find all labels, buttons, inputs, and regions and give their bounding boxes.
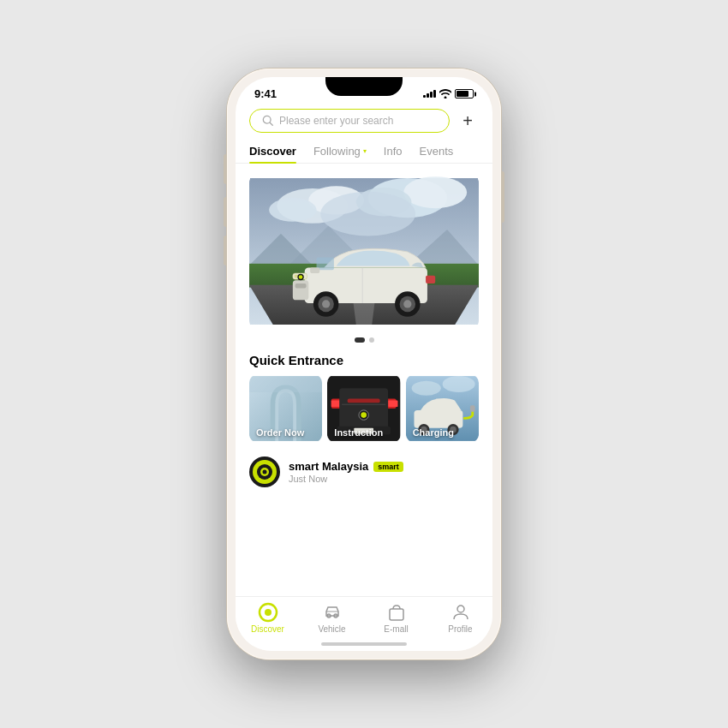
quick-entrance-title: Quick Entrance bbox=[236, 346, 492, 374]
svg-point-58 bbox=[263, 470, 267, 474]
search-bar-container: Please enter your search + bbox=[236, 104, 492, 140]
nav-label-emall: E-mall bbox=[384, 624, 408, 634]
nav-item-vehicle[interactable]: Vehicle bbox=[300, 602, 364, 634]
app-content: Please enter your search + Discover Foll… bbox=[236, 104, 492, 651]
status-icons bbox=[423, 89, 474, 98]
svg-rect-42 bbox=[348, 399, 380, 403]
smart-badge: smart bbox=[373, 462, 403, 472]
battery-icon bbox=[455, 89, 474, 98]
tab-discover[interactable]: Discover bbox=[249, 140, 296, 163]
phone-screen: 9:41 bbox=[236, 77, 492, 651]
svg-rect-55 bbox=[470, 405, 475, 412]
svg-rect-34 bbox=[249, 376, 322, 392]
svg-point-46 bbox=[361, 412, 367, 418]
svg-rect-20 bbox=[426, 276, 435, 283]
nav-tabs: Discover Following ▾ Info Events bbox=[236, 140, 492, 164]
community-post: smart Malaysia smart Just Now bbox=[236, 448, 492, 496]
carousel-dots bbox=[249, 331, 479, 346]
svg-rect-32 bbox=[310, 267, 319, 272]
hero-image bbox=[249, 172, 479, 331]
dot-1 bbox=[355, 337, 365, 343]
vehicle-icon bbox=[322, 602, 343, 623]
svg-rect-22 bbox=[295, 283, 307, 289]
post-info: smart Malaysia smart Just Now bbox=[289, 460, 479, 484]
nav-label-profile: Profile bbox=[448, 624, 472, 634]
charging-label: Charging bbox=[413, 427, 454, 438]
nav-item-profile[interactable]: Profile bbox=[428, 602, 492, 634]
quick-card-charging[interactable]: Charging bbox=[406, 374, 479, 443]
hero-container bbox=[249, 172, 479, 346]
tab-following[interactable]: Following ▾ bbox=[313, 140, 367, 163]
tab-events[interactable]: Events bbox=[420, 140, 454, 163]
avatar-inner bbox=[253, 460, 277, 484]
discover-icon bbox=[258, 602, 278, 623]
search-placeholder: Please enter your search bbox=[279, 115, 393, 127]
signal-icon bbox=[423, 90, 436, 98]
svg-point-24 bbox=[299, 275, 303, 279]
svg-line-1 bbox=[270, 122, 272, 125]
svg-point-49 bbox=[442, 376, 474, 392]
notch bbox=[325, 77, 403, 96]
avatar bbox=[249, 456, 280, 487]
quick-card-instruction[interactable]: Instruction bbox=[327, 374, 400, 443]
dot-2 bbox=[369, 337, 374, 343]
emall-icon bbox=[386, 602, 407, 623]
add-button[interactable]: + bbox=[456, 110, 479, 132]
svg-point-9 bbox=[320, 192, 415, 236]
svg-point-5 bbox=[269, 198, 316, 222]
svg-rect-64 bbox=[390, 609, 403, 620]
svg-point-7 bbox=[403, 176, 467, 208]
svg-point-60 bbox=[265, 609, 272, 616]
order-now-label: Order Now bbox=[256, 427, 304, 438]
phone-frame: 9:41 bbox=[227, 69, 501, 659]
svg-point-30 bbox=[403, 300, 411, 307]
svg-point-48 bbox=[411, 381, 440, 396]
svg-point-65 bbox=[457, 606, 464, 612]
post-name: smart Malaysia bbox=[289, 460, 368, 473]
following-dropdown-arrow: ▾ bbox=[363, 147, 367, 155]
svg-rect-21 bbox=[293, 280, 308, 300]
svg-point-27 bbox=[322, 300, 330, 307]
search-icon bbox=[262, 115, 274, 127]
nav-label-discover: Discover bbox=[251, 624, 284, 634]
quick-card-order-now[interactable]: Order Now bbox=[249, 374, 322, 443]
profile-icon bbox=[451, 602, 471, 623]
search-bar[interactable]: Please enter your search bbox=[249, 109, 450, 133]
home-indicator bbox=[321, 642, 407, 646]
nav-label-vehicle: Vehicle bbox=[318, 624, 345, 634]
quick-entrance-grid: Order Now bbox=[236, 374, 492, 443]
status-time: 9:41 bbox=[254, 87, 277, 100]
post-time: Just Now bbox=[289, 474, 479, 484]
nav-item-discover[interactable]: Discover bbox=[236, 602, 300, 634]
instruction-label: Instruction bbox=[334, 427, 383, 438]
tab-info[interactable]: Info bbox=[384, 140, 403, 163]
post-name-row: smart Malaysia smart bbox=[289, 460, 479, 473]
wifi-icon bbox=[439, 89, 451, 98]
nav-item-emall[interactable]: E-mall bbox=[364, 602, 428, 634]
svg-rect-39 bbox=[388, 401, 397, 408]
